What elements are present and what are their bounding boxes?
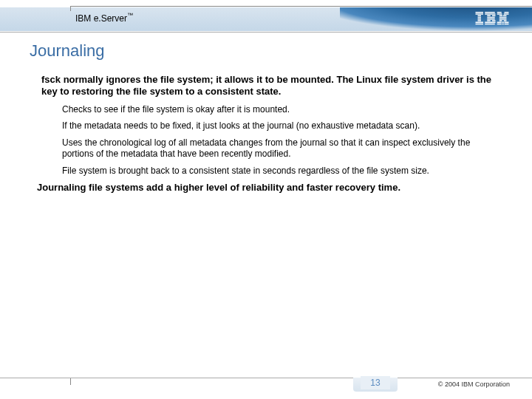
svg-rect-6 bbox=[476, 22, 484, 24]
ibm-logo-icon bbox=[474, 12, 510, 25]
svg-rect-3 bbox=[478, 17, 482, 18]
footer-tick bbox=[70, 378, 71, 385]
brand-suffix: Server bbox=[101, 13, 127, 24]
svg-rect-21 bbox=[504, 13, 509, 15]
content-area: fsck normally ignores the file system; i… bbox=[41, 74, 495, 194]
header-tick bbox=[70, 6, 71, 11]
svg-rect-30 bbox=[497, 24, 502, 25]
svg-rect-25 bbox=[499, 18, 507, 20]
svg-rect-13 bbox=[487, 18, 495, 20]
svg-rect-20 bbox=[497, 13, 502, 15]
svg-rect-12 bbox=[487, 17, 495, 18]
svg-rect-19 bbox=[505, 12, 509, 13]
svg-rect-29 bbox=[505, 22, 509, 24]
svg-rect-28 bbox=[497, 22, 502, 24]
svg-rect-4 bbox=[478, 18, 482, 20]
header-rule-bottom bbox=[0, 32, 532, 33]
sub-item-4: File system is brought back to a consist… bbox=[62, 166, 495, 177]
svg-rect-15 bbox=[492, 20, 496, 21]
svg-rect-5 bbox=[478, 20, 482, 21]
svg-rect-18 bbox=[497, 12, 502, 13]
svg-rect-11 bbox=[492, 16, 496, 17]
svg-rect-9 bbox=[485, 13, 495, 15]
svg-rect-7 bbox=[476, 24, 484, 25]
sub-item-3: Uses the chronological log of all metada… bbox=[62, 137, 495, 160]
svg-rect-8 bbox=[485, 12, 495, 13]
svg-rect-2 bbox=[478, 16, 482, 17]
svg-rect-22 bbox=[499, 16, 503, 17]
sub-item-1: Checks to see if the file system is okay… bbox=[62, 104, 495, 116]
svg-rect-10 bbox=[487, 16, 491, 17]
page-number: 13 bbox=[361, 376, 390, 389]
brand-tm: ™ bbox=[127, 12, 133, 18]
svg-rect-17 bbox=[485, 24, 495, 25]
svg-rect-24 bbox=[499, 17, 507, 18]
summary-paragraph: Journaling file systems add a higher lev… bbox=[37, 182, 495, 194]
brand-prefix: IBM e. bbox=[75, 13, 101, 24]
svg-rect-0 bbox=[476, 12, 484, 13]
svg-rect-33 bbox=[502, 24, 504, 25]
svg-rect-16 bbox=[485, 22, 495, 24]
page-title: Journaling bbox=[30, 41, 105, 61]
main-paragraph: fsck normally ignores the file system; i… bbox=[41, 74, 495, 98]
svg-rect-1 bbox=[476, 13, 484, 15]
svg-rect-14 bbox=[487, 20, 491, 21]
sub-item-2: If the metadata needs to be fixed, it ju… bbox=[62, 120, 495, 132]
svg-rect-23 bbox=[503, 16, 507, 17]
svg-rect-27 bbox=[504, 20, 507, 21]
brand-text: IBM e.Server™ bbox=[75, 13, 133, 24]
header-rule-top bbox=[70, 6, 532, 7]
svg-rect-32 bbox=[502, 22, 504, 24]
svg-rect-31 bbox=[505, 24, 509, 25]
svg-rect-26 bbox=[499, 20, 502, 21]
footer-rule bbox=[0, 378, 532, 378]
copyright-text: © 2004 IBM Corporation bbox=[438, 381, 510, 388]
